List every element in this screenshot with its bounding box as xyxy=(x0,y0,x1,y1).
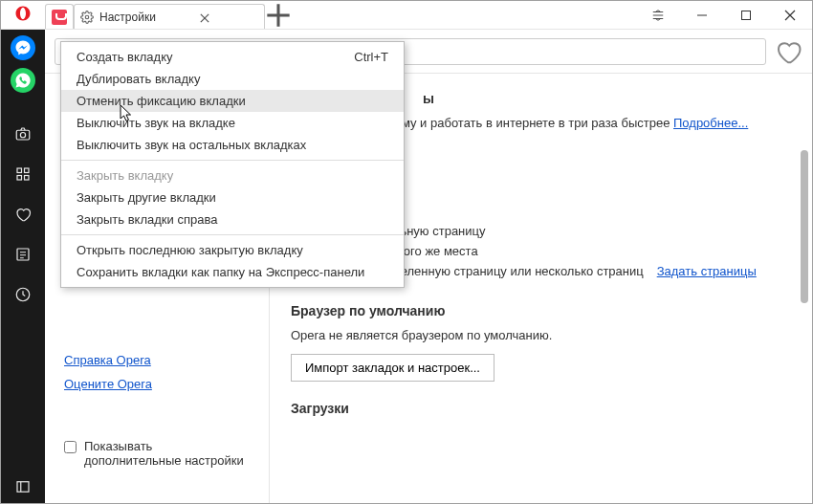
ad-learn-more-link[interactable]: Подробнее... xyxy=(673,116,748,130)
cm-separator xyxy=(61,160,404,161)
new-tab-button[interactable] xyxy=(265,2,292,29)
advanced-checkbox-input[interactable] xyxy=(64,441,77,453)
cm-label: Закрыть вкладку xyxy=(77,168,173,183)
sidebar-toggle-icon[interactable] xyxy=(7,471,39,503)
cm-shortcut: Ctrl+T xyxy=(354,50,388,64)
window-controls xyxy=(636,1,812,29)
titlebar: Настройки xyxy=(1,1,812,30)
cm-label: Выключить звук на остальных вкладках xyxy=(77,138,306,152)
cm-label: Закрыть вкладки справа xyxy=(77,212,217,227)
svg-rect-1 xyxy=(742,11,751,19)
cm-separator xyxy=(61,234,404,235)
gear-icon xyxy=(80,11,94,24)
cm-label: Дублировать вкладку xyxy=(77,72,200,86)
cm-close-other-tabs[interactable]: Закрыть другие вкладки xyxy=(61,186,404,208)
messenger-icon[interactable] xyxy=(11,35,35,60)
cm-close-tabs-right[interactable]: Закрыть вкладки справа xyxy=(61,208,404,230)
maximize-button[interactable] xyxy=(724,1,768,29)
news-icon[interactable] xyxy=(7,238,39,271)
default-browser-title: Браузер по умолчанию xyxy=(291,303,791,318)
minimize-button[interactable] xyxy=(680,1,724,29)
whatsapp-icon[interactable] xyxy=(11,68,35,93)
history-icon[interactable] xyxy=(7,278,39,311)
advanced-checkbox-label: Показывать дополнительные настройки xyxy=(84,439,250,468)
cm-duplicate-tab[interactable]: Дублировать вкладку xyxy=(61,68,404,90)
opera-logo-icon xyxy=(14,5,32,26)
speed-dial-icon[interactable] xyxy=(7,158,39,190)
svg-rect-6 xyxy=(17,176,22,181)
svg-rect-10 xyxy=(17,482,29,493)
svg-rect-4 xyxy=(17,168,22,173)
cm-save-as-speed-dial-folder[interactable]: Сохранить вкладки как папку на Экспресс-… xyxy=(61,261,404,283)
tab-close-icon[interactable] xyxy=(200,12,209,22)
opera-menu-button[interactable] xyxy=(1,1,45,29)
cm-label: Открыть последнюю закрытую вкладку xyxy=(77,243,303,257)
svg-point-3 xyxy=(20,133,25,138)
cm-label: Отменить фиксацию вкладки xyxy=(77,94,246,108)
advanced-settings-checkbox[interactable]: Показывать дополнительные настройки xyxy=(64,439,250,468)
cm-unpin-tab[interactable]: Отменить фиксацию вкладки xyxy=(61,90,404,112)
default-browser-text: Opera не является браузером по умолчанию… xyxy=(291,328,791,342)
bookmarks-heart-icon[interactable] xyxy=(7,198,39,230)
tab-title: Настройки xyxy=(99,11,156,24)
bookmark-page-icon[interactable] xyxy=(774,37,802,66)
svg-rect-7 xyxy=(25,176,30,181)
cm-label: Создать вкладку xyxy=(77,50,173,64)
window-close-button[interactable] xyxy=(768,1,812,29)
scrollbar-thumb[interactable] xyxy=(801,150,808,303)
svg-point-0 xyxy=(85,15,89,19)
pinned-tab-pocket[interactable] xyxy=(45,4,74,29)
tab-strip: Настройки xyxy=(45,1,636,29)
cm-label: Выключить звук на вкладке xyxy=(77,116,235,130)
svg-rect-2 xyxy=(16,130,30,140)
svg-rect-5 xyxy=(25,168,30,173)
help-link[interactable]: Справка Opera xyxy=(64,353,250,367)
cm-label: Сохранить вкладки как папку на Экспресс-… xyxy=(77,265,364,279)
cm-mute-other-tabs[interactable]: Выключить звук на остальных вкладках xyxy=(61,134,404,156)
rate-link[interactable]: Оцените Opera xyxy=(64,377,250,391)
left-rail xyxy=(1,30,45,503)
cm-label: Закрыть другие вкладки xyxy=(77,190,216,205)
easy-setup-button[interactable] xyxy=(636,1,680,29)
pocket-icon xyxy=(52,10,67,25)
tab-settings[interactable]: Настройки xyxy=(74,4,265,29)
set-pages-link[interactable]: Задать страницы xyxy=(657,264,757,278)
cm-new-tab[interactable]: Создать вкладку Ctrl+T xyxy=(61,46,404,68)
downloads-title: Загрузки xyxy=(291,401,791,416)
cm-close-tab: Закрыть вкладку xyxy=(61,164,404,186)
cm-reopen-closed-tab[interactable]: Открыть последнюю закрытую вкладку xyxy=(61,239,404,261)
tab-context-menu: Создать вкладку Ctrl+T Дублировать вклад… xyxy=(60,41,405,288)
cm-mute-tab[interactable]: Выключить звук на вкладке xyxy=(61,112,404,134)
snapshot-icon[interactable] xyxy=(7,118,39,150)
import-bookmarks-button[interactable]: Импорт закладок и настроек... xyxy=(291,354,494,382)
